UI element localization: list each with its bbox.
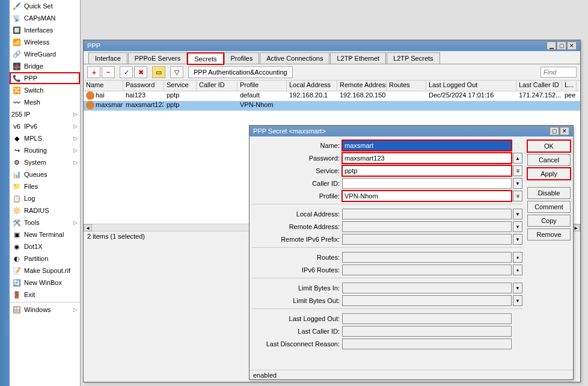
table-row[interactable]: haihai123pptpdefault192.168.20.1192.168.…	[84, 91, 580, 101]
sidebar-item-exit[interactable]: 🚪Exit	[10, 289, 80, 301]
sidebar-item-tools[interactable]: 🛠️Tools▷	[10, 216, 80, 228]
comment-button[interactable]: Comment	[527, 201, 571, 213]
col-last-logged-out[interactable]: Last Logged Out	[426, 81, 516, 91]
service-dropdown[interactable]: ∓	[513, 165, 522, 176]
remote-prefix-toggle[interactable]: ▼	[513, 234, 522, 245]
auth-accounting-button[interactable]: PPP Authentication&Accounting	[188, 66, 293, 78]
secret-titlebar[interactable]: PPP Secret <maxsmart> ▢ ✕	[250, 126, 573, 136]
col-last-caller-id[interactable]: Last Caller ID	[516, 81, 562, 91]
col-caller-id[interactable]: Caller ID	[197, 81, 237, 91]
tab-l2tp-secrets[interactable]: L2TP Secrets	[387, 52, 439, 64]
sidebar-item-new-winbox[interactable]: 🔄New WinBox	[10, 277, 80, 289]
profile-field[interactable]	[342, 191, 512, 201]
user-icon	[86, 91, 94, 100]
tab-interface[interactable]: Interface	[88, 52, 127, 64]
close-button[interactable]: ✕	[567, 41, 577, 50]
sidebar-item-log[interactable]: 📋Log	[10, 192, 80, 204]
add-button[interactable]: ＋	[87, 66, 100, 78]
expand-icon: ▷	[73, 147, 78, 153]
enable-button[interactable]: ✓	[120, 66, 133, 78]
sidebar-item-wireless[interactable]: 📶Wireless	[10, 36, 80, 48]
sidebar-item-quick-set[interactable]: 🖌️Quick Set	[10, 0, 80, 12]
limit-out-toggle[interactable]: ▼	[513, 295, 522, 306]
remote-addr-toggle[interactable]: ▼	[513, 221, 522, 232]
sidebar-item-radius[interactable]: 🔆RADIUS	[10, 204, 80, 216]
tab-profiles[interactable]: Profiles	[224, 52, 260, 64]
limit-in-field[interactable]	[342, 283, 512, 293]
label-local-addr: Local Address:	[252, 210, 342, 218]
close-button[interactable]: ✕	[560, 127, 569, 135]
sidebar-item-partition[interactable]: ◐Partition	[10, 253, 80, 265]
col-last[interactable]: L...	[562, 81, 577, 91]
routes-toggle[interactable]: ♦	[513, 252, 522, 263]
ipv6-routes-toggle[interactable]: ♦	[513, 265, 522, 275]
service-field[interactable]	[342, 165, 512, 176]
sidebar-item-mpls[interactable]: ◆MPLS▷	[10, 132, 80, 144]
sidebar-item-interfaces[interactable]: 🔲Interfaces	[10, 24, 80, 36]
password-toggle[interactable]: ▲	[513, 153, 522, 164]
col-name[interactable]: Name	[84, 81, 123, 91]
copy-button[interactable]: Copy	[527, 215, 571, 227]
disable-button[interactable]: ✖	[134, 66, 147, 78]
ok-button[interactable]: OK	[527, 140, 571, 152]
disable-button[interactable]: Disable	[527, 187, 571, 199]
limit-out-field[interactable]	[342, 295, 512, 306]
password-field[interactable]	[342, 153, 512, 164]
remove-button[interactable]: Remove	[527, 228, 571, 240]
menu-icon: 🔄	[12, 278, 22, 287]
tab-pppoe-servers[interactable]: PPPoE Servers	[128, 52, 187, 64]
sidebar-item-ip[interactable]: 255IP▷	[10, 108, 80, 120]
sidebar-item-capsman[interactable]: 📡CAPsMAN	[10, 12, 80, 24]
col-service[interactable]: Service	[164, 81, 197, 91]
table-row[interactable]: maxsmartmaxsmart123pptpVPN-Nhom	[84, 101, 580, 111]
ppp-titlebar[interactable]: PPP ▁ ▢ ✕	[84, 40, 580, 51]
sidebar-item-ipv6[interactable]: v6IPv6▷	[10, 120, 80, 132]
scroll-left-button[interactable]: ◄	[84, 224, 92, 231]
local-addr-field[interactable]	[342, 209, 512, 219]
find-input[interactable]	[541, 67, 577, 78]
ipv6-routes-field[interactable]	[342, 265, 512, 275]
sidebar-item-bridge[interactable]: 🌉Bridge	[10, 60, 80, 72]
col-password[interactable]: Password	[123, 81, 164, 91]
tab-secrets[interactable]: Secrets	[188, 53, 223, 64]
sidebar-item-mesh[interactable]: 〰️Mesh	[10, 96, 80, 108]
sidebar-item-new-terminal[interactable]: ▣New Terminal	[10, 228, 80, 240]
col-profile[interactable]: Profile	[237, 81, 287, 91]
minimize-button[interactable]: ▁	[547, 41, 556, 50]
apply-button[interactable]: Apply	[527, 168, 571, 180]
maximize-button[interactable]: ▢	[550, 127, 559, 135]
caller-id-toggle[interactable]: ▼	[513, 178, 522, 189]
tab-l2tp-ethernet[interactable]: L2TP Ethernet	[330, 52, 386, 64]
sidebar-item-files[interactable]: 📁Files	[10, 180, 80, 192]
sidebar-item-switch[interactable]: 🔀Switch	[10, 84, 80, 96]
local-addr-toggle[interactable]: ▼	[513, 209, 522, 219]
col-routes[interactable]: Routes	[387, 81, 426, 91]
sidebar-item-label: PPP	[24, 75, 37, 82]
col-remote-addr[interactable]: Remote Address	[337, 81, 387, 91]
sidebar-item-ppp[interactable]: 📞PPP	[10, 72, 80, 84]
remote-addr-field[interactable]	[342, 221, 512, 232]
sidebar-item-dot1x[interactable]: ◉Dot1X	[10, 240, 80, 253]
routes-field[interactable]	[342, 252, 512, 263]
profile-dropdown[interactable]: ∓	[513, 191, 522, 201]
limit-in-toggle[interactable]: ▼	[513, 283, 522, 293]
name-field[interactable]	[342, 140, 512, 151]
col-local-addr[interactable]: Local Address	[287, 81, 337, 91]
sidebar-item-routing[interactable]: ↪Routing▷	[10, 144, 80, 156]
filter-button[interactable]: ▽	[170, 66, 183, 78]
sidebar-item-queues[interactable]: 📊Queues	[10, 168, 80, 180]
sidebar-item-windows[interactable]: 🪟 Windows ▷	[10, 304, 80, 316]
maximize-button[interactable]: ▢	[557, 41, 566, 50]
comment-button[interactable]: ▭	[152, 66, 165, 78]
sidebar-item-system[interactable]: ⚙System▷	[10, 156, 80, 168]
sidebar-item-label: Routing	[24, 147, 47, 154]
tab-active-connections[interactable]: Active Connections	[260, 52, 329, 64]
sidebar-item-wireguard[interactable]: 🔗WireGuard	[10, 48, 80, 60]
caller-id-field[interactable]	[342, 178, 512, 189]
remote-prefix-field[interactable]	[342, 234, 512, 245]
sidebar-item-make-supout-rif[interactable]: 📝Make Supout.rif	[10, 265, 80, 277]
remove-button[interactable]: −	[102, 66, 115, 78]
expand-icon: ▷	[73, 307, 78, 313]
menu-icon: ◆	[12, 133, 22, 143]
cancel-button[interactable]: Cancel	[527, 154, 571, 166]
